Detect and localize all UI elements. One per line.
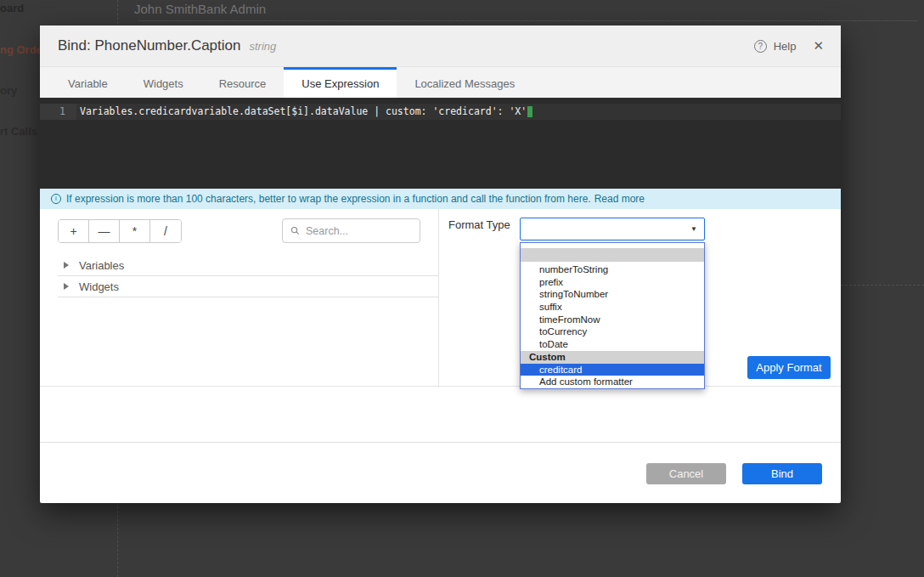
tab-localized-messages[interactable]: Localized Messages: [397, 67, 532, 98]
editor-line-number: 1: [40, 104, 76, 120]
dropdown-option[interactable]: numberToString: [521, 263, 704, 276]
bind-dialog: Bind: PhoneNumber.Caption string ? Help …: [40, 25, 841, 503]
tree-item-label: Variables: [79, 259, 124, 272]
tab-widgets[interactable]: Widgets: [126, 67, 201, 98]
dialog-title: Bind: PhoneNumber.Caption: [58, 37, 240, 54]
tab-use-expression[interactable]: Use Expression: [284, 67, 397, 98]
search-field: [282, 218, 420, 243]
dropdown-group-header-custom: Custom: [521, 351, 704, 364]
help-icon[interactable]: ?: [754, 40, 767, 53]
multiply-operator-button[interactable]: *: [120, 220, 150, 242]
dialog-body: + — * / Variables Widgets: [40, 209, 841, 387]
dialog-subtitle-type: string: [249, 40, 276, 53]
tree-item-label: Widgets: [79, 280, 119, 293]
dialog-tabs: Variable Widgets Resource Use Expression…: [40, 66, 841, 98]
info-icon: i: [51, 194, 61, 204]
search-icon: [290, 226, 300, 235]
chevron-right-icon[interactable]: [64, 262, 69, 269]
tab-variable[interactable]: Variable: [50, 67, 126, 98]
tree-item-widgets[interactable]: Widgets: [58, 276, 438, 297]
dropdown-option-add-custom-formatter[interactable]: Add custom formatter: [521, 376, 704, 388]
caret-down-icon: ▼: [690, 225, 697, 233]
dropdown-option[interactable]: stringToNumber: [521, 288, 704, 301]
dropdown-option-creditcard-selected[interactable]: creditcard: [521, 364, 704, 376]
sidebar-item-dashboard: oard: [0, 2, 24, 14]
format-type-select[interactable]: ▼: [520, 218, 705, 240]
format-type-label: Format Type: [448, 218, 510, 231]
dropdown-option[interactable]: timeFromNow: [521, 314, 704, 326]
divide-operator-button[interactable]: /: [150, 220, 181, 242]
tab-resource[interactable]: Resource: [201, 67, 285, 98]
close-icon[interactable]: ✕: [813, 38, 824, 54]
chevron-right-icon[interactable]: [64, 283, 69, 290]
bind-button[interactable]: Bind: [742, 463, 822, 484]
plus-operator-button[interactable]: +: [59, 220, 89, 242]
search-input[interactable]: [306, 225, 412, 237]
help-button[interactable]: Help: [774, 40, 797, 53]
expression-tree: Variables Widgets: [58, 255, 438, 297]
editor-code-line[interactable]: Variables.credicardvariable.dataSet[$i].…: [76, 104, 841, 120]
dialog-header: Bind: PhoneNumber.Caption string ? Help …: [40, 25, 841, 66]
info-text: If expression is more than 100 character…: [66, 193, 591, 205]
format-type-dropdown: numberToString prefix stringToNumber suf…: [520, 242, 705, 389]
footer-divider: [40, 442, 841, 443]
minus-operator-button[interactable]: —: [89, 220, 120, 242]
dropdown-option[interactable]: prefix: [521, 276, 704, 289]
read-more-link[interactable]: Read more: [594, 193, 645, 205]
canvas-dashed-line: [841, 285, 924, 286]
expression-info-bar: i If expression is more than 100 charact…: [40, 189, 841, 209]
selection-dotted-border: [138, 20, 917, 21]
operator-button-group: + — * /: [58, 219, 182, 243]
sidebar-item: rt Calls: [0, 125, 37, 138]
app-title: John SmithBank Admin: [134, 2, 266, 16]
dropdown-option-blank[interactable]: [521, 248, 704, 262]
expression-left-panel: + — * / Variables Widgets: [40, 209, 439, 386]
tree-item-variables[interactable]: Variables: [58, 255, 438, 276]
expression-editor[interactable]: 1 Variables.credicardvariable.dataSet[$i…: [40, 98, 841, 189]
text-cursor: [527, 106, 532, 117]
apply-format-button[interactable]: Apply Format: [747, 356, 831, 379]
expression-text: Variables.credicardvariable.dataSet[$i].…: [80, 105, 527, 117]
dropdown-option[interactable]: toDate: [521, 338, 704, 351]
dropdown-option[interactable]: toCurrency: [521, 325, 704, 338]
sidebar-item: ory: [0, 84, 17, 97]
cancel-button[interactable]: Cancel: [646, 463, 726, 484]
dropdown-option[interactable]: suffix: [521, 301, 704, 314]
